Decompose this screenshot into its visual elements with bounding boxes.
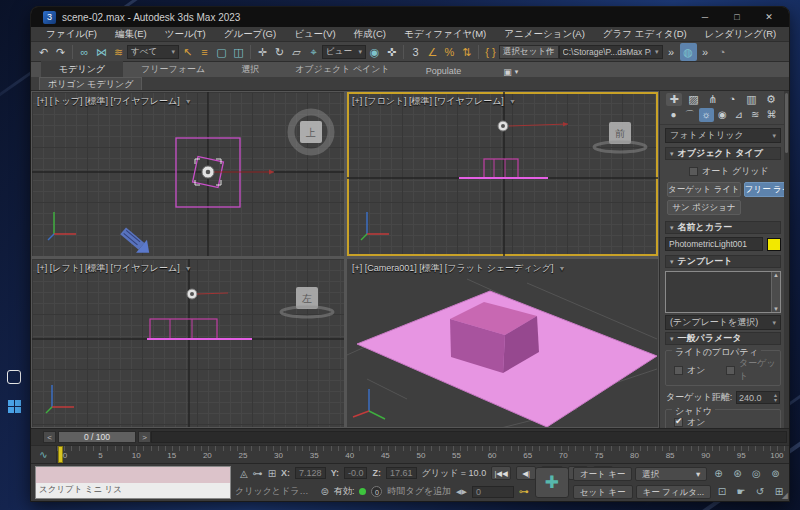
- menu-item[interactable]: グループ(G): [215, 28, 285, 41]
- use-pivot-center-icon[interactable]: ◉: [366, 43, 383, 61]
- viewport-front[interactable]: [+] [フロント] [標準] [ワイヤフレーム]▼: [347, 92, 658, 256]
- light-on-checkbox-row[interactable]: オン: [674, 357, 726, 383]
- render-overflow-icon[interactable]: »: [697, 43, 714, 61]
- named-selection-sets-field[interactable]: 選択セット作: [499, 45, 559, 59]
- autogrid-checkbox-row[interactable]: オート グリッド: [689, 165, 779, 178]
- rollout-template-header[interactable]: ▾ テンプレート: [665, 255, 781, 268]
- absolute-offset-icon[interactable]: ⊞: [268, 468, 276, 479]
- target-distance-input[interactable]: 240.0 ▴▾: [736, 391, 780, 404]
- utilities-tab-icon[interactable]: ⚙: [763, 93, 779, 106]
- rollout-general-params-header[interactable]: ▾ 一般パラメータ: [665, 332, 781, 345]
- selection-filter-dropdown[interactable]: すべて ▾: [127, 45, 179, 59]
- edit-named-sets-icon[interactable]: { }: [482, 43, 499, 61]
- taskbar-window-icon[interactable]: [7, 370, 21, 384]
- light-on-checkbox[interactable]: [674, 366, 683, 375]
- x-coordinate-field[interactable]: 7.128: [295, 467, 326, 479]
- menu-item[interactable]: ファイル(F): [37, 28, 106, 41]
- systems-icon[interactable]: ⌘: [764, 108, 779, 122]
- snap-toggle-icon[interactable]: 3: [407, 43, 424, 61]
- track-bar-ruler[interactable]: 0510152025303540455055606570758085909510…: [57, 446, 789, 463]
- set-key-button[interactable]: セット キー: [573, 485, 633, 499]
- time-slider-handle[interactable]: 0 / 100: [58, 431, 136, 443]
- menu-item[interactable]: グラフ エディタ(D): [594, 28, 696, 41]
- communication-center-icon[interactable]: ⊜: [321, 486, 329, 497]
- command-panel-scrollbar[interactable]: [784, 91, 789, 428]
- tab-populate[interactable]: Populate: [408, 64, 480, 77]
- viewport-top-label[interactable]: [+] [トップ] [標準] [ワイヤフレーム]▼: [37, 95, 192, 108]
- time-slider-prev-button[interactable]: <: [43, 431, 56, 443]
- isolate-selection-icon[interactable]: ◬: [240, 468, 248, 479]
- zoom-all-icon[interactable]: ⊛: [729, 468, 745, 479]
- cameras-icon[interactable]: ◉: [715, 108, 730, 122]
- viewport-front-label[interactable]: [+] [フロント] [標準] [ワイヤフレーム]▼: [352, 95, 516, 108]
- shapes-icon[interactable]: ⌒: [682, 108, 697, 122]
- tab-freeform[interactable]: フリーフォーム: [123, 61, 223, 77]
- viewport-left[interactable]: [+] [レフト] [標準] [ワイヤフレーム]▼ 左: [32, 259, 344, 427]
- render-frame-icon[interactable]: ◔: [714, 43, 731, 61]
- helpers-icon[interactable]: ⊿: [731, 108, 746, 122]
- bind-spacewarp-icon[interactable]: ≋: [110, 43, 127, 61]
- spinner-icon[interactable]: ▴▾: [774, 393, 777, 403]
- target-light-button[interactable]: ターゲット ライト: [667, 182, 741, 197]
- zoom-extents-icon[interactable]: ◎: [748, 468, 764, 479]
- lights-icon[interactable]: ☼: [699, 108, 714, 122]
- object-name-input[interactable]: PhotometricLight001: [665, 237, 763, 251]
- viewport-filter-icon[interactable]: ▼: [185, 265, 192, 272]
- menu-item[interactable]: ツール(T): [156, 28, 215, 41]
- display-tab-icon[interactable]: ▥: [744, 93, 760, 106]
- toolbar-overflow-icon[interactable]: »: [663, 43, 680, 61]
- project-folder-dropdown[interactable]: C:\Storage\P...dsMax Project ▾: [559, 45, 663, 59]
- add-time-tag[interactable]: 時間タグを追加: [387, 485, 451, 498]
- maxscript-mini-listener[interactable]: スクリプト ミニ リス: [35, 466, 231, 499]
- set-key-big-button[interactable]: ✚: [535, 467, 569, 498]
- close-button[interactable]: ✕: [753, 7, 785, 27]
- degradation-badge[interactable]: 0: [371, 486, 382, 497]
- menu-item[interactable]: レンダリング(R): [696, 28, 786, 41]
- select-manipulate-icon[interactable]: ✜: [383, 43, 400, 61]
- viewport-camera-label[interactable]: [+] [Camera001] [標準] [フラット シェーディング]▼: [352, 262, 565, 275]
- window-crossing-icon[interactable]: ◫: [230, 43, 247, 61]
- percent-snap-icon[interactable]: %: [441, 43, 458, 61]
- go-to-start-button[interactable]: |◀◀: [491, 466, 511, 480]
- y-coordinate-field[interactable]: -0.0: [344, 467, 368, 479]
- light-category-dropdown[interactable]: フォトメトリック ▾: [665, 128, 781, 143]
- menu-item[interactable]: モディファイヤ(M): [395, 28, 495, 41]
- spinner-snap-icon[interactable]: ⇅: [458, 43, 475, 61]
- create-tab-icon[interactable]: ✚: [666, 93, 682, 106]
- viewport-filter-icon[interactable]: ▼: [185, 98, 192, 105]
- free-light-button[interactable]: フリー ライト: [744, 182, 789, 197]
- mini-curve-editor-button[interactable]: ∿: [31, 446, 57, 463]
- tab-selection[interactable]: 選択: [223, 61, 277, 77]
- hierarchy-tab-icon[interactable]: ⋔: [705, 93, 721, 106]
- viewport-left-label[interactable]: [+] [レフト] [標準] [ワイヤフレーム]▼: [37, 262, 192, 275]
- time-slider-track[interactable]: [151, 431, 787, 443]
- zoom-icon[interactable]: ⊕: [710, 468, 726, 479]
- z-coordinate-field[interactable]: 17.61: [386, 467, 417, 479]
- select-object-icon[interactable]: ↖: [179, 43, 196, 61]
- viewport-filter-icon[interactable]: ▼: [558, 265, 565, 272]
- maximize-button[interactable]: □: [721, 7, 753, 27]
- selection-set-dropdown[interactable]: 選択 ▾: [635, 467, 707, 481]
- template-listbox[interactable]: ▲▼: [665, 271, 781, 313]
- select-rotate-icon[interactable]: ↻: [271, 43, 288, 61]
- time-slider-next-button[interactable]: >: [138, 431, 151, 443]
- rect-selection-region-icon[interactable]: ▢: [213, 43, 230, 61]
- zoom-extents-all-icon[interactable]: ⊚: [767, 468, 783, 479]
- redo-icon[interactable]: ↷: [52, 43, 69, 61]
- modify-tab-icon[interactable]: ▨: [685, 93, 701, 106]
- autogrid-checkbox[interactable]: [689, 167, 698, 176]
- angle-snap-icon[interactable]: ∠: [424, 43, 441, 61]
- polygon-modeling-panel[interactable]: ポリゴン モデリング: [39, 77, 142, 90]
- orbit-icon[interactable]: ↺: [752, 486, 768, 497]
- viewport-top[interactable]: [+] [トップ] [標準] [ワイヤフレーム]▼: [32, 92, 344, 256]
- taskbar-start-icon[interactable]: [8, 400, 21, 413]
- ref-coord-dropdown[interactable]: ビュー ▾: [322, 45, 366, 59]
- auto-key-button[interactable]: オート キー: [573, 467, 632, 481]
- select-place-icon[interactable]: ⌖: [305, 43, 322, 61]
- zoom-region-icon[interactable]: ⊡: [714, 486, 730, 497]
- key-mode-icon[interactable]: ⊶: [519, 486, 529, 497]
- viewport-filter-icon[interactable]: ▼: [509, 98, 516, 105]
- pan-icon[interactable]: ☛: [733, 486, 749, 497]
- viewport-camera[interactable]: [+] [Camera001] [標準] [フラット シェーディング]▼: [347, 259, 658, 427]
- select-by-name-icon[interactable]: ≡: [196, 43, 213, 61]
